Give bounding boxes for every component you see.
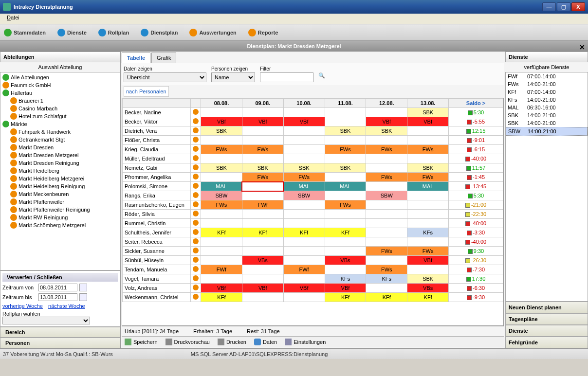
search-icon[interactable]: 🔍: [318, 72, 328, 82]
tree-item[interactable]: Markt Heidelberg: [1, 167, 119, 175]
service-item[interactable]: FWf07:00-14:00: [506, 72, 588, 80]
shift-cell[interactable]: [283, 293, 325, 302]
saldo-header[interactable]: Saldo >: [449, 99, 503, 108]
shift-cell[interactable]: [201, 173, 242, 182]
service-item[interactable]: SBK14:00-21:00: [506, 119, 588, 127]
calendar-to-icon[interactable]: [79, 293, 87, 301]
shift-cell[interactable]: [325, 173, 366, 182]
shift-cell[interactable]: FWs: [325, 200, 366, 210]
table-row[interactable]: Müller, Edeltraud-40:00: [123, 154, 503, 163]
services-list[interactable]: FWf07:00-14:00FWs14:00-21:00KFf07:00-14:…: [505, 72, 588, 302]
shift-cell[interactable]: [201, 274, 242, 284]
shift-cell[interactable]: SBK: [201, 126, 242, 136]
service-item[interactable]: SBK14:00-21:00: [506, 111, 588, 119]
toolbar-reporte[interactable]: Reporte: [248, 29, 278, 36]
shift-cell[interactable]: KFs: [407, 228, 449, 237]
shift-cell[interactable]: VBf: [407, 117, 449, 126]
shift-cell[interactable]: KFs: [325, 274, 366, 284]
shift-cell[interactable]: SBK: [242, 163, 283, 173]
tab-tabelle[interactable]: Tabelle: [122, 53, 150, 63]
new-service-button[interactable]: Neuen Dienst planen: [505, 302, 588, 313]
shift-cell[interactable]: MAL: [201, 182, 242, 191]
shift-cell[interactable]: VBs: [325, 256, 366, 265]
toolbar-rollplan[interactable]: Rollplan: [98, 29, 129, 36]
shift-cell[interactable]: VBs: [407, 284, 449, 293]
discard-close-header[interactable]: Verwerfen / Schließen: [2, 273, 118, 282]
tree-item[interactable]: Brauerei 1: [1, 97, 119, 105]
shift-cell[interactable]: [366, 284, 407, 293]
shift-cell[interactable]: [201, 154, 242, 163]
shift-cell[interactable]: VBf: [325, 284, 366, 293]
shift-cell[interactable]: [283, 247, 325, 256]
shift-cell[interactable]: [201, 210, 242, 219]
shift-cell[interactable]: [283, 274, 325, 284]
shift-cell[interactable]: [407, 200, 449, 210]
shift-cell[interactable]: MAL: [407, 182, 449, 191]
shift-cell[interactable]: MAL: [283, 182, 325, 191]
table-row[interactable]: Krieg, ClaudiaFWsFWsFWsFWsFWs-6:15: [123, 145, 503, 154]
shift-cell[interactable]: [325, 265, 366, 274]
tree-item[interactable]: Hotel zum Schlafgut: [1, 112, 119, 120]
shift-cell[interactable]: [407, 191, 449, 200]
dienste-button[interactable]: Dienste: [505, 325, 588, 337]
shift-cell[interactable]: [201, 256, 242, 265]
shift-cell[interactable]: SBK: [325, 126, 366, 136]
shift-cell[interactable]: VBf: [242, 284, 283, 293]
shift-cell[interactable]: SBK: [201, 163, 242, 173]
tree-item[interactable]: Markt Dresden Reinigung: [1, 159, 119, 167]
shift-cell[interactable]: SBW: [366, 191, 407, 200]
shift-cell[interactable]: [242, 126, 283, 136]
print-button[interactable]: Drucken: [218, 339, 246, 345]
shift-cell[interactable]: KFf: [407, 293, 449, 302]
shift-cell[interactable]: [407, 154, 449, 163]
filter-input[interactable]: [260, 72, 313, 82]
shift-cell[interactable]: FWs: [366, 247, 407, 256]
shift-cell[interactable]: [366, 136, 407, 145]
shift-cell[interactable]: [407, 136, 449, 145]
shift-cell[interactable]: VBf: [201, 117, 242, 126]
table-row[interactable]: Seiter, Rebecca-40:00: [123, 237, 503, 247]
tree-item[interactable]: Markt Dresden: [1, 143, 119, 151]
table-row[interactable]: Flößer, Christa-9:01: [123, 136, 503, 145]
bereich-accordion[interactable]: Bereich: [0, 327, 120, 338]
shift-cell[interactable]: [242, 191, 283, 200]
data-button[interactable]: Daten: [254, 339, 277, 345]
next-week-link[interactable]: nächste Woche: [48, 303, 85, 309]
table-row[interactable]: Nemetz, GabiSBKSBKSBKSBKSBK11:57: [123, 163, 503, 173]
shift-cell[interactable]: [283, 256, 325, 265]
shift-cell[interactable]: [366, 256, 407, 265]
department-tree[interactable]: Alle AbteilungenFaunmick GmbHHallertauBr…: [0, 72, 120, 270]
service-item[interactable]: FWs14:00-21:00: [506, 80, 588, 88]
shift-cell[interactable]: [366, 228, 407, 237]
tree-item[interactable]: Markt Pfaffenweiler: [1, 198, 119, 206]
tab-grafik[interactable]: Grafik: [151, 53, 176, 63]
shift-cell[interactable]: VBf: [201, 284, 242, 293]
tree-item[interactable]: Markt RW Reinigung: [1, 214, 119, 221]
shift-cell[interactable]: KFs: [366, 274, 407, 284]
menu-file[interactable]: DDateiatei: [3, 14, 23, 21]
shift-cell[interactable]: [366, 210, 407, 219]
fehlgruende-button[interactable]: Fehlgründe: [505, 337, 588, 348]
table-row[interactable]: Weckenmann, ChristelKFfKFfKFfKFf-9:30: [123, 293, 503, 302]
shift-cell[interactable]: SBK: [325, 163, 366, 173]
shift-cell[interactable]: FWs: [242, 173, 283, 182]
shift-cell[interactable]: [201, 219, 242, 228]
shift-cell[interactable]: [242, 219, 283, 228]
preview-button[interactable]: Druckvorschau: [165, 339, 210, 345]
shift-cell[interactable]: [407, 210, 449, 219]
toolbar-dienstplan[interactable]: Dienstplan: [141, 29, 178, 36]
shift-cell[interactable]: [366, 108, 407, 117]
daten-zeigen-select[interactable]: Übersicht: [124, 72, 206, 82]
shift-cell[interactable]: KFf: [325, 228, 366, 237]
shift-cell[interactable]: FWs: [407, 173, 449, 182]
shift-cell[interactable]: [201, 136, 242, 145]
tree-item[interactable]: Markt Schömberg Metzgerei: [1, 221, 119, 229]
shift-cell[interactable]: [242, 237, 283, 247]
shift-cell[interactable]: [201, 237, 242, 247]
shift-cell[interactable]: FWs: [242, 145, 283, 154]
toolbar-dienste[interactable]: Dienste: [57, 29, 87, 36]
shift-cell[interactable]: [283, 200, 325, 210]
shift-cell[interactable]: VBf: [242, 117, 283, 126]
shift-cell[interactable]: [283, 237, 325, 247]
shift-cell[interactable]: [366, 163, 407, 173]
